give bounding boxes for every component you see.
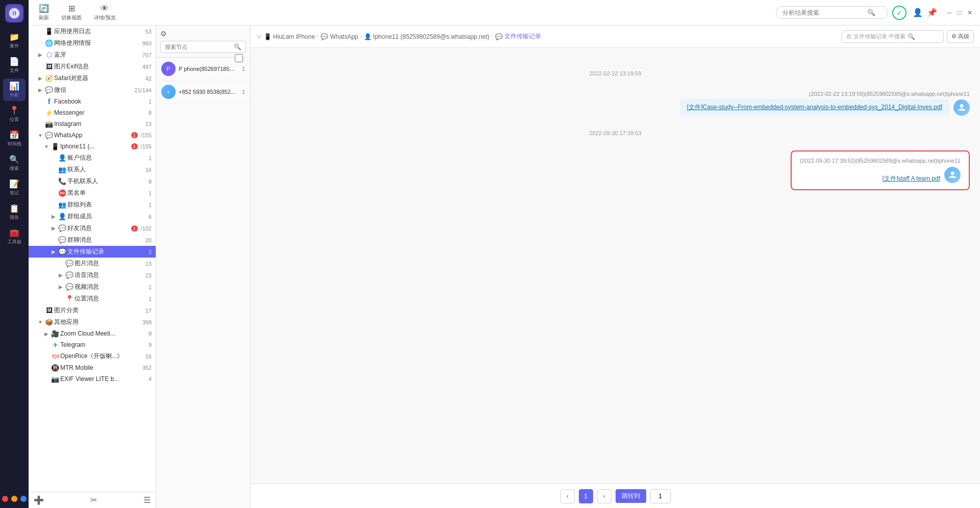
close-button[interactable]: ✕ [966, 9, 974, 17]
middle-search-box[interactable]: 🔍 [160, 41, 246, 53]
sidebar-item-iphone11[interactable]: ▼ 📱 Iphone11 (... 1 /155 [29, 141, 156, 152]
whatsapp-breadcrumb-icon: 💬 [321, 33, 328, 40]
sidebar-item-openrice[interactable]: 🍽 OpenRice《开饭喇...》 16 [29, 350, 156, 362]
nav-item-notes[interactable]: 📝 笔记 [3, 176, 26, 199]
sidebar-item-voice-messages[interactable]: ▶ 💬 语音消息 23 [29, 269, 156, 281]
bluetooth-icon: ⬡ [45, 51, 53, 59]
sidebar-item-whatsapp[interactable]: ▼ 💬 WhatsApp 1 /155 [29, 130, 156, 141]
sidebar-item-video-messages[interactable]: ▶ 💬 视频消息 1 [29, 281, 156, 293]
sidebar-item-messenger[interactable]: ⚡ Messenger 8 [29, 107, 156, 118]
sidebar-item-telegram[interactable]: ✈ Telegram 9 [29, 339, 156, 350]
sidebar-item-zoom[interactable]: ▶ 🎥 Zoom Cloud Meeti... 8 [29, 328, 156, 339]
group-members-icon: 👤 [58, 213, 66, 221]
top-search-box[interactable]: 🔍 [776, 6, 888, 19]
sidebar-item-network[interactable]: 🌐 网络使用情报 960 [29, 37, 156, 49]
refresh-button[interactable]: 🔄 刷新 [35, 2, 53, 23]
branch-icon: ⑂ [257, 33, 261, 41]
page-prev-button[interactable]: ‹ [560, 489, 575, 503]
nav-item-file[interactable]: 📄 文件 [3, 54, 26, 77]
openrice-label: OpenRice《开饭喇...》 [60, 352, 142, 361]
chat-file-link-2[interactable]: [文件]staff A team.pdf [883, 174, 940, 183]
sidebar-item-photo-categories[interactable]: 🖼 图片分类 17 [29, 304, 156, 316]
sidebar-item-group-list[interactable]: 👥 群组列表 1 [29, 199, 156, 211]
messenger-icon: ⚡ [45, 109, 53, 117]
tools-icon: 🧰 [9, 228, 19, 238]
middle-search-input[interactable] [165, 44, 232, 50]
sidebar-item-facebook[interactable]: f Facebook 1 [29, 96, 156, 107]
app-logo [5, 4, 23, 22]
group-messages-label: 群聊消息 [67, 236, 142, 244]
account-info-icon: 👤 [58, 154, 66, 162]
sidebar-item-bluetooth[interactable]: ▶ ⬡ 蓝牙 707 [29, 49, 156, 61]
telegram-label: Telegram [60, 341, 145, 348]
sidebar-item-exif-viewer[interactable]: 📷 EXIF Viewer LITE b... 4 [29, 373, 156, 385]
nav-item-timeline[interactable]: 📅 时间线 [3, 128, 26, 150]
nav-item-tools[interactable]: 🧰 工具箱 [3, 225, 26, 248]
whatsapp-icon: 💬 [45, 131, 53, 139]
nav-item-case[interactable]: 📁 案件 [3, 30, 26, 52]
sidebar-item-safari[interactable]: ▶ 🧭 Safari浏览器 42 [29, 72, 156, 84]
nav-item-search[interactable]: 🔍 搜索 [3, 152, 26, 174]
sidebar-item-group-members[interactable]: ▶ 👤 群组成员 6 [29, 211, 156, 222]
adv-label: 高级 [958, 33, 969, 40]
nav-item-location[interactable]: 📍 位置 [3, 103, 26, 125]
sidebar-item-other-apps[interactable]: ▼ 📦 其他应用 398 [29, 316, 156, 328]
top-search-input[interactable] [782, 9, 864, 16]
notes-icon: 📝 [9, 179, 19, 189]
sidebar-item-photo-exif[interactable]: 🖼 图片Exif信息 497 [29, 61, 156, 72]
right-search: 在 文件传输记录 中搜索 🔍 ⚙ 高级 [842, 30, 974, 43]
wechat-label: 微信 [54, 86, 131, 94]
location-messages-label: 位置消息 [75, 294, 145, 303]
chat-area[interactable]: 2022-02-22 13:19:59 (2022-02-22 13:19:59… [251, 48, 980, 484]
sidebar-item-contacts[interactable]: 👥 联系人 16 [29, 164, 156, 175]
sidebar-item-location-messages[interactable]: 📍 位置消息 1 [29, 293, 156, 304]
sidebar-item-app-usage-log[interactable]: 📱 应用使用日志 53 [29, 26, 156, 37]
friend-messages-icon: 💬 [58, 224, 66, 233]
blacklist-label: 黑名单 [67, 189, 145, 197]
refresh-label: 刷新 [39, 14, 49, 21]
middle-contact-2[interactable]: + +852 5930 8538(852... 1 [156, 81, 250, 104]
nav-item-report[interactable]: 📋 报告 [3, 201, 26, 223]
page-1-button[interactable]: 1 [579, 489, 593, 503]
sidebar-item-file-transfer[interactable]: ▶ 💬 文件传输记录 2 [29, 246, 156, 258]
contacts-label: 联系人 [67, 165, 142, 174]
page-jump-button[interactable]: 跳转到 [616, 489, 646, 503]
chat-date-2: 2022-09-30 17:39:53 [261, 130, 970, 136]
selected-message-2[interactable]: (2022-09-30 17:39:53)(85259802589@s.what… [791, 150, 970, 190]
sidebar-cut-button[interactable]: ✂ [89, 494, 98, 506]
sidebar-menu-button[interactable]: ☰ [142, 494, 152, 506]
file-transfer-breadcrumb-icon: 💬 [495, 33, 503, 40]
chat-avatar-2 [944, 167, 961, 183]
right-search-box[interactable]: 在 文件传输记录 中搜索 🔍 [842, 30, 944, 43]
page-next-button[interactable]: › [597, 489, 611, 503]
blacklist-icon: ⛔ [58, 189, 66, 197]
sidebar-item-group-messages[interactable]: 💬 群聊消息 20 [29, 234, 156, 246]
maximize-button[interactable]: □ [955, 9, 964, 17]
sidebar-add-button[interactable]: ➕ [33, 494, 45, 506]
sidebar-item-mtr[interactable]: 🚇 MTR Mobile 352 [29, 362, 156, 373]
sidebar-item-instagram[interactable]: 📸 Instagram 13 [29, 118, 156, 130]
safari-count: 42 [145, 75, 152, 82]
sidebar-item-blacklist[interactable]: ⛔ 黑名单 1 [29, 187, 156, 199]
chat-file-link-1[interactable]: [文件]Case-study--From-embedded-system-ana… [680, 99, 949, 116]
body-layout: 📱 应用使用日志 53 🌐 网络使用情报 960 ▶ ⬡ 蓝牙 707 [29, 26, 980, 508]
sidebar-item-photo-messages[interactable]: 💬 图片消息 13 [29, 258, 156, 269]
analyze-icon: 📊 [9, 81, 19, 91]
detail-preview-button[interactable]: 👁 详情/预览 [90, 2, 120, 23]
sidebar-scroll[interactable]: 📱 应用使用日志 53 🌐 网络使用情报 960 ▶ ⬡ 蓝牙 707 [29, 26, 156, 492]
sidebar-item-phone-contacts[interactable]: 📞 手机联系人 8 [29, 175, 156, 187]
page-jump-input[interactable] [650, 489, 671, 503]
middle-search: ⚙ 🔍 [156, 26, 250, 58]
sidebar-item-friend-messages[interactable]: ▶ 💬 好友消息 1 /102 [29, 222, 156, 234]
minimize-button[interactable]: ─ [945, 9, 953, 17]
chat-bubble-wrap-1: [文件]Case-study--From-embedded-system-ana… [680, 99, 970, 116]
advanced-search-button[interactable]: ⚙ 高级 [947, 30, 974, 43]
iphone11-breadcrumb-icon: 👤 [364, 33, 372, 40]
mtr-icon: 🚇 [51, 364, 59, 372]
sidebar-item-wechat[interactable]: ▶ 💬 微信 21/144 [29, 84, 156, 96]
contact-count-2: 1 [242, 89, 245, 95]
sidebar-item-account-info[interactable]: 👤 账户信息 1 [29, 152, 156, 164]
whatsapp-arrow: ▼ [37, 133, 44, 138]
view-toggle-button[interactable]: ⊞ 切换视图 [57, 2, 86, 23]
nav-item-analyze[interactable]: 📊 分析 [3, 79, 26, 101]
